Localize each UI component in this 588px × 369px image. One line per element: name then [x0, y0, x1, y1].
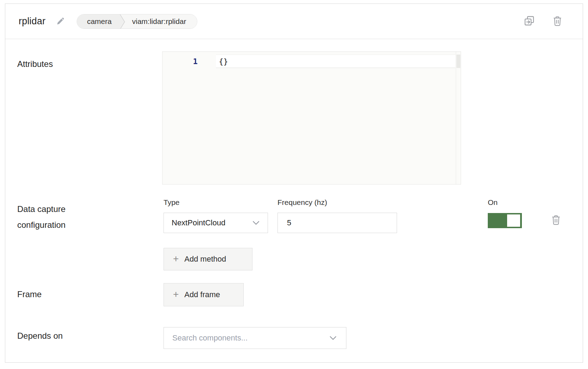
card-header: rplidar camera viam:lidar:rplidar: [5, 4, 583, 39]
editor-code-line[interactable]: {}: [216, 55, 455, 68]
toggle-knob: [507, 214, 520, 227]
editor-line-number: 1: [162, 55, 198, 68]
frame-label: Frame: [17, 286, 41, 302]
component-name: rplidar: [19, 16, 45, 27]
depends-on-search-input[interactable]: [164, 327, 329, 349]
chevron-down-icon[interactable]: [329, 336, 346, 340]
add-method-label: Add method: [184, 255, 226, 264]
capture-on-toggle[interactable]: [488, 213, 522, 228]
type-badge: camera: [77, 14, 120, 29]
add-frame-button[interactable]: + Add frame: [164, 283, 244, 306]
chevron-down-icon: [252, 218, 260, 227]
add-frame-label: Add frame: [184, 290, 220, 299]
attributes-code-editor[interactable]: 1 {}: [162, 51, 461, 184]
pencil-icon: [56, 16, 65, 27]
capture-type-value: NextPointCloud: [172, 218, 225, 227]
editor-scrollbar[interactable]: [456, 52, 461, 184]
rename-button[interactable]: [56, 16, 65, 27]
capture-toggle-label: On: [488, 198, 498, 207]
add-method-button[interactable]: + Add method: [164, 248, 253, 270]
capture-frequency-input[interactable]: [277, 213, 397, 233]
data-capture-label: Data capture configuration: [17, 201, 144, 233]
editor-scrollbar-thumb[interactable]: [456, 55, 460, 68]
trash-icon: [552, 15, 562, 27]
duplicate-component-button[interactable]: [524, 15, 535, 27]
depends-on-combobox[interactable]: [164, 327, 346, 349]
delete-capture-method-button[interactable]: [551, 214, 561, 226]
type-model-badge: camera viam:lidar:rplidar: [77, 14, 197, 29]
component-config-card: rplidar camera viam:lidar:rplidar: [5, 4, 583, 363]
plus-icon: +: [173, 289, 179, 299]
badge-separator-chevron: [120, 14, 127, 29]
capture-frequency-label: Frequency (hz): [277, 198, 327, 207]
attributes-label: Attributes: [17, 56, 53, 72]
capture-type-select[interactable]: NextPointCloud: [164, 213, 268, 233]
plus-icon: +: [173, 254, 179, 264]
depends-on-label: Depends on: [17, 328, 63, 344]
delete-component-button[interactable]: [552, 15, 562, 27]
duplicate-icon: [524, 15, 535, 27]
trash-icon: [551, 214, 561, 226]
model-badge: viam:lidar:rplidar: [127, 14, 197, 29]
capture-type-label: Type: [164, 198, 180, 207]
